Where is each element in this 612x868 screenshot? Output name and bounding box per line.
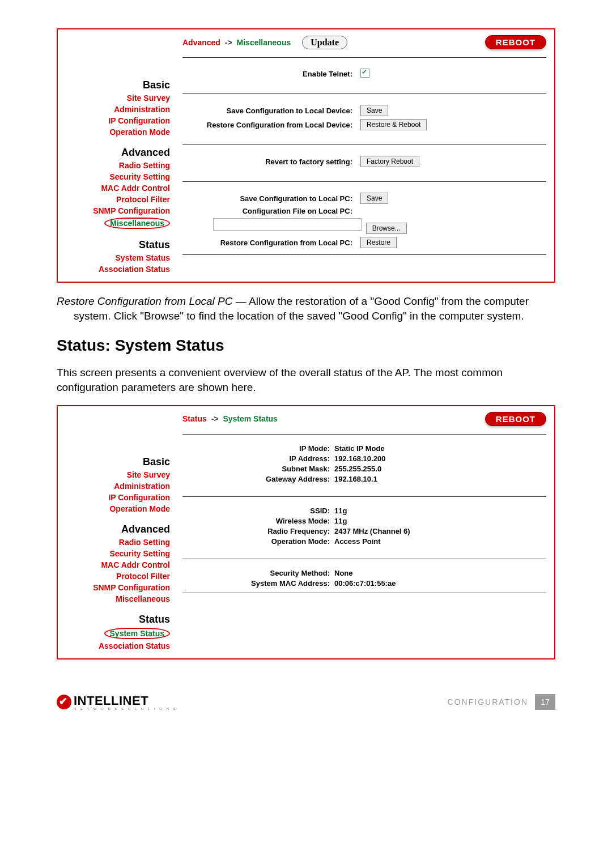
save-pc-button[interactable]: Save [360,193,388,204]
nav-radio-setting[interactable]: Radio Setting [62,538,170,547]
restore-reboot-button[interactable]: Restore & Reboot [360,119,427,130]
nav-snmp-configuration[interactable]: SNMP Configuration [62,206,170,215]
ssid-label: SSID: [182,507,334,515]
subnet-mask-value: 255.255.255.0 [334,465,381,473]
nav-system-status[interactable]: System Status [62,253,170,262]
footer-section-label: CONFIGURATION [448,697,528,707]
ip-address-label: IP Address: [182,454,334,463]
breadcrumb: Status -> System Status [182,414,278,423]
page-number: 17 [535,694,555,710]
nav-ip-configuration[interactable]: IP Configuration [62,493,170,502]
footer: INTELLINET N E T W O R K S O L U T I O N… [57,693,555,710]
nav-administration[interactable]: Administration [62,482,170,491]
nav-heading-status: Status [62,614,170,626]
nav-protocol-filter[interactable]: Protocol Filter [62,572,170,581]
operation-mode-value: Access Point [334,537,381,546]
factory-reboot-button[interactable]: Factory Reboot [360,156,419,167]
section-title: Status: System Status [57,337,555,355]
nav-snmp-configuration[interactable]: SNMP Configuration [62,583,170,592]
radio-freq-label: Radio Frequency: [182,527,334,535]
brand-name: INTELLINET [74,693,177,708]
ip-mode-label: IP Mode: [182,444,334,453]
nav-heading-basic: Basic [62,79,170,91]
brand-tagline: N E T W O R K S O L U T I O N S [74,707,177,710]
save-device-button[interactable]: Save [360,105,388,116]
wireless-mode-value: 11g [334,517,347,525]
nav-heading-status: Status [62,239,170,251]
ip-mode-value: Static IP Mode [334,444,385,453]
nav-heading-advanced: Advanced [62,524,170,535]
nav-mac-addr-control[interactable]: MAC Addr Control [62,184,170,193]
system-mac-label: System MAC Address: [182,579,334,588]
nav-mac-addr-control[interactable]: MAC Addr Control [62,560,170,569]
nav-miscellaneous[interactable]: Miscellaneous [62,218,170,229]
save-local-device-label: Save Configuration to Local Device: [182,107,358,115]
nav-system-status[interactable]: System Status [62,628,170,639]
config-file-input[interactable] [213,218,362,231]
gateway-value: 192.168.10.1 [334,475,377,483]
restore-local-device-label: Restore Configuration from Local Device: [182,121,358,129]
ssid-value: 11g [334,507,347,515]
config-file-pc-label: Configuration File on Local PC: [182,207,358,215]
status-panel: Basic Site Survey Administration IP Conf… [57,405,555,659]
nav-security-setting[interactable]: Security Setting [62,172,170,181]
nav-association-status[interactable]: Association Status [62,265,170,274]
gateway-label: Gateway Address: [182,475,334,483]
enable-telnet-checkbox[interactable] [360,69,369,78]
sidebar: Basic Site Survey Administration IP Conf… [58,406,175,658]
ip-address-value: 192.168.10.200 [334,454,385,463]
security-method-value: None [334,569,353,577]
brand-logo-icon [57,695,71,709]
nav-security-setting[interactable]: Security Setting [62,549,170,558]
update-button[interactable]: Update [302,36,347,49]
radio-freq-value: 2437 MHz (Channel 6) [334,527,410,535]
nav-ip-configuration[interactable]: IP Configuration [62,116,170,125]
nav-heading-advanced: Advanced [62,147,170,159]
restore-local-pc-label: Restore Configuration from Local PC: [182,239,358,247]
system-mac-value: 00:06:c7:01:55:ae [334,579,396,588]
nav-site-survey[interactable]: Site Survey [62,93,170,103]
nav-radio-setting[interactable]: Radio Setting [62,161,170,170]
enable-telnet-label: Enable Telnet: [182,70,358,78]
reboot-button[interactable]: REBOOT [485,412,546,426]
sidebar: Basic Site Survey Administration IP Conf… [58,29,175,282]
subnet-mask-label: Subnet Mask: [182,465,334,473]
nav-site-survey[interactable]: Site Survey [62,470,170,479]
nav-administration[interactable]: Administration [62,105,170,114]
restore-pc-button[interactable]: Restore [360,237,397,248]
body-paragraph-restore: Restore Configuration from Local PC — Al… [57,294,555,323]
nav-operation-mode[interactable]: Operation Mode [62,127,170,137]
nav-association-status[interactable]: Association Status [62,641,170,650]
reboot-button[interactable]: REBOOT [485,35,546,49]
nav-operation-mode[interactable]: Operation Mode [62,504,170,513]
save-local-pc-label: Save Configuration to Local PC: [182,194,358,203]
nav-protocol-filter[interactable]: Protocol Filter [62,195,170,204]
nav-heading-basic: Basic [62,456,170,468]
wireless-mode-label: Wireless Mode: [182,517,334,525]
breadcrumb: Advanced -> Miscellaneous [182,38,291,47]
misc-panel: Basic Site Survey Administration IP Conf… [57,28,555,283]
security-method-label: Security Method: [182,569,334,577]
body-paragraph-overview: This screen presents a convenient overvi… [57,365,555,394]
revert-factory-label: Revert to factory setting: [182,158,358,166]
operation-mode-label: Operation Mode: [182,537,334,546]
browse-button[interactable]: Browse... [366,223,407,234]
nav-miscellaneous[interactable]: Miscellaneous [62,594,170,603]
